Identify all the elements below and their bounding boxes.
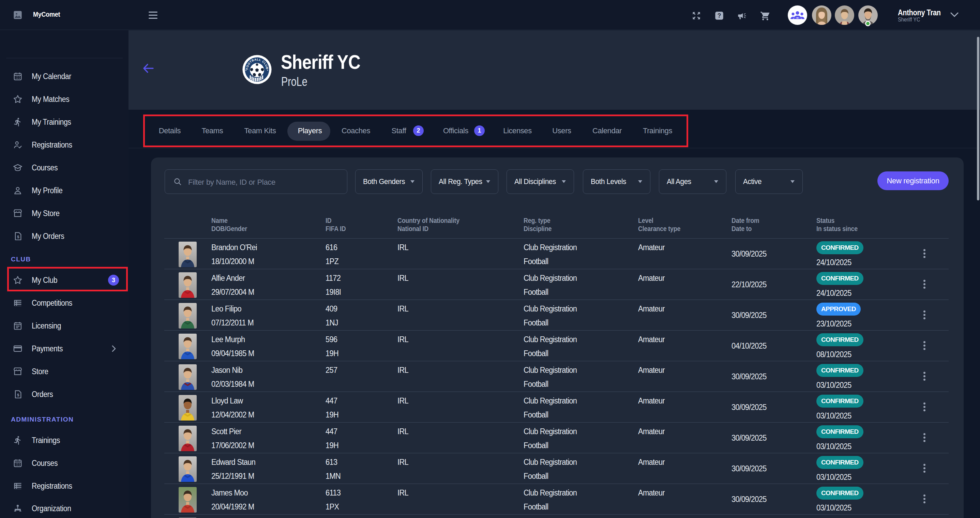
svg-text:?: ? (718, 12, 721, 19)
svg-text:$: $ (17, 392, 19, 397)
svg-text:$: $ (17, 234, 19, 239)
